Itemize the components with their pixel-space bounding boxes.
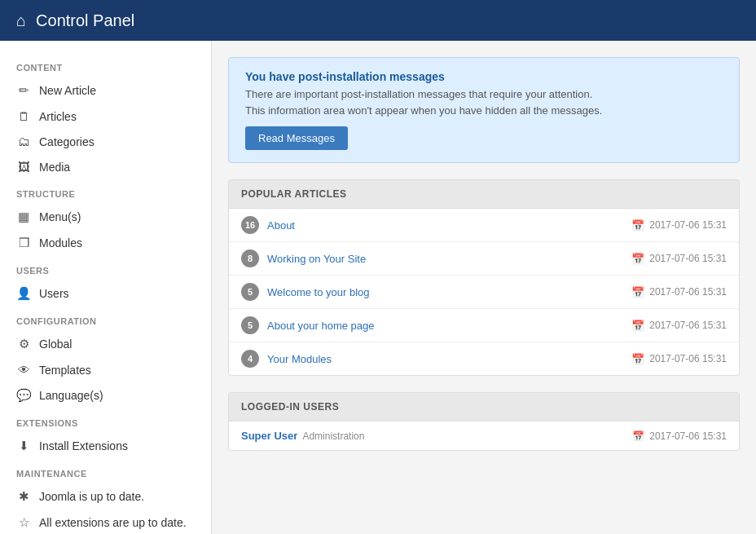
sidebar-item-new-article[interactable]: ✏New Article xyxy=(0,77,211,104)
sidebar-section-configuration: CONFIGURATION xyxy=(0,307,211,331)
install-extensions-label: Install Extensions xyxy=(39,439,128,452)
popular-articles-header: POPULAR ARTICLES xyxy=(229,180,739,209)
calendar-icon: 📅 xyxy=(632,430,644,442)
templates-icon: 👁 xyxy=(16,363,31,377)
sidebar-section-content: CONTENT xyxy=(0,53,211,77)
new-article-icon: ✏ xyxy=(16,83,31,98)
user-name[interactable]: Super User xyxy=(241,430,297,442)
article-count-badge: 4 xyxy=(241,350,259,368)
sidebar-item-extensions-uptodate[interactable]: ☆All extensions are up to date. xyxy=(0,510,211,534)
sidebar-item-install-extensions[interactable]: ⬇Install Extensions xyxy=(0,433,211,459)
article-date: 2017-07-06 15:31 xyxy=(649,219,727,231)
article-date: 2017-07-06 15:31 xyxy=(649,320,727,331)
articles-list: 16About📅2017-07-06 15:318Working on Your… xyxy=(229,209,739,375)
alert-title: You have post-installation messages xyxy=(245,70,723,83)
sidebar-item-categories[interactable]: 🗂Categories xyxy=(0,129,211,154)
article-title-link[interactable]: About your home page xyxy=(267,320,375,332)
article-date: 2017-07-06 15:31 xyxy=(649,253,727,264)
extensions-uptodate-label: All extensions are up to date. xyxy=(39,516,187,529)
articles-icon: 🗒 xyxy=(16,109,31,123)
menus-label: Menu(s) xyxy=(39,210,81,223)
table-row: 16About📅2017-07-06 15:31 xyxy=(229,209,739,242)
sidebar-item-articles[interactable]: 🗒Articles xyxy=(0,104,211,129)
articles-label: Articles xyxy=(39,110,77,123)
languages-icon: 💬 xyxy=(16,388,31,403)
table-row: 4Your Modules📅2017-07-06 15:31 xyxy=(229,342,739,375)
home-icon: ⌂ xyxy=(16,11,26,30)
post-install-alert: You have post-installation messages Ther… xyxy=(228,57,740,163)
install-extensions-icon: ⬇ xyxy=(16,439,31,453)
logged-in-users-panel: LOGGED-IN USERS Super UserAdministration… xyxy=(228,392,740,451)
joomla-uptodate-label: Joomla is up to date. xyxy=(39,490,144,503)
logged-in-users-header: LOGGED-IN USERS xyxy=(229,393,739,421)
sidebar-item-global[interactable]: ⚙Global xyxy=(0,331,211,357)
sidebar-item-languages[interactable]: 💬Language(s) xyxy=(0,382,211,408)
article-title-link[interactable]: About xyxy=(267,219,295,232)
table-row: 5Welcome to your blog📅2017-07-06 15:31 xyxy=(229,276,739,309)
users-list: Super UserAdministration📅2017-07-06 15:3… xyxy=(229,421,739,450)
users-label: Users xyxy=(39,287,69,300)
languages-label: Language(s) xyxy=(39,389,103,402)
modules-icon: ❒ xyxy=(16,236,31,250)
calendar-icon: 📅 xyxy=(631,253,644,265)
sidebar-item-templates[interactable]: 👁Templates xyxy=(0,357,211,382)
sidebar-item-media[interactable]: 🖼Media xyxy=(0,154,211,179)
header: ⌂ Control Panel xyxy=(0,0,756,41)
sidebar-section-maintenance: MAINTENANCE xyxy=(0,459,211,483)
global-icon: ⚙ xyxy=(16,337,31,351)
list-item: Super UserAdministration📅2017-07-06 15:3… xyxy=(229,421,739,450)
calendar-icon: 📅 xyxy=(631,219,644,232)
sidebar-section-extensions: EXTENSIONS xyxy=(0,408,211,433)
user-last-seen: 2017-07-06 15:31 xyxy=(649,430,727,442)
sidebar-item-users[interactable]: 👤Users xyxy=(0,280,211,307)
table-row: 5About your home page📅2017-07-06 15:31 xyxy=(229,309,739,342)
article-count-badge: 8 xyxy=(241,249,259,267)
alert-text2: This information area won't appear when … xyxy=(245,104,723,117)
calendar-icon: 📅 xyxy=(631,353,644,365)
sidebar-item-menus[interactable]: ▦Menu(s) xyxy=(0,204,211,230)
article-count-badge: 5 xyxy=(241,316,259,334)
alert-text1: There are important post-installation me… xyxy=(245,88,723,100)
users-icon: 👤 xyxy=(16,286,31,301)
global-label: Global xyxy=(39,338,72,351)
media-label: Media xyxy=(39,161,70,174)
article-title-link[interactable]: Working on Your Site xyxy=(267,253,366,265)
modules-label: Modules xyxy=(39,236,82,249)
article-date: 2017-07-06 15:31 xyxy=(649,286,727,298)
templates-label: Templates xyxy=(39,364,91,377)
sidebar-item-joomla-uptodate[interactable]: ✱Joomla is up to date. xyxy=(0,483,211,510)
categories-icon: 🗂 xyxy=(16,135,31,148)
popular-articles-panel: POPULAR ARTICLES 16About📅2017-07-06 15:3… xyxy=(228,179,740,376)
article-count-badge: 5 xyxy=(241,283,259,301)
article-title-link[interactable]: Your Modules xyxy=(267,353,332,365)
sidebar-item-modules[interactable]: ❒Modules xyxy=(0,230,211,256)
new-article-label: New Article xyxy=(39,84,96,97)
page-title: Control Panel xyxy=(36,11,134,30)
joomla-uptodate-icon: ✱ xyxy=(16,489,31,504)
article-date: 2017-07-06 15:31 xyxy=(649,353,727,364)
read-messages-button[interactable]: Read Messages xyxy=(245,126,348,150)
menus-icon: ▦ xyxy=(16,210,31,224)
layout: CONTENT✏New Article🗒Articles🗂Categories🖼… xyxy=(0,41,756,534)
main-content: You have post-installation messages Ther… xyxy=(212,41,756,534)
sidebar-section-structure: STRUCTURE xyxy=(0,179,211,204)
sidebar: CONTENT✏New Article🗒Articles🗂Categories🖼… xyxy=(0,41,212,534)
sidebar-section-users: USERS xyxy=(0,256,211,280)
media-icon: 🖼 xyxy=(16,160,31,174)
article-title-link[interactable]: Welcome to your blog xyxy=(267,286,370,298)
extensions-uptodate-icon: ☆ xyxy=(16,515,31,530)
user-role: Administration xyxy=(302,430,364,442)
article-count-badge: 16 xyxy=(241,216,259,234)
table-row: 8Working on Your Site📅2017-07-06 15:31 xyxy=(229,242,739,276)
categories-label: Categories xyxy=(39,135,94,148)
calendar-icon: 📅 xyxy=(631,286,644,298)
calendar-icon: 📅 xyxy=(631,320,644,332)
